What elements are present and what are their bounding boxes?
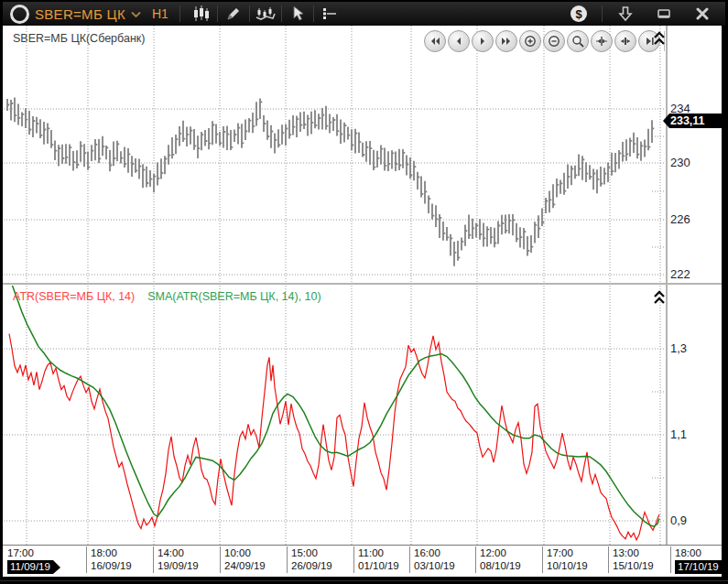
- time-tick-mark: [608, 546, 609, 573]
- compress-icon: [595, 35, 608, 48]
- date-label: 17/10/19: [675, 560, 722, 574]
- scroll-fast-right-button[interactable]: [495, 30, 517, 52]
- restore-window-button[interactable]: [648, 3, 679, 25]
- fastleft-icon: [429, 35, 441, 48]
- atr-label: ATR(SBER=МБ ЦК, 14): [13, 290, 135, 303]
- date-label: 03/10/19: [414, 560, 455, 571]
- time-tick-mark: [220, 546, 221, 573]
- time-label: 18:00: [91, 547, 117, 558]
- price-chart-canvas[interactable]: [4, 26, 667, 284]
- indicator-icon: [255, 5, 276, 22]
- zoom-out-button[interactable]: [543, 30, 565, 52]
- price-bars-series: [7, 98, 654, 266]
- svg-text:$: $: [575, 7, 582, 21]
- restore-icon: [657, 7, 671, 20]
- atr-line-series: [9, 334, 659, 540]
- time-label: 16:00: [414, 547, 440, 558]
- barwidth-icon: [619, 35, 632, 48]
- magnifier-icon: [571, 35, 584, 48]
- time-label: 11:00: [358, 547, 384, 558]
- candles-icon: [192, 5, 211, 22]
- pencil-icon: [225, 5, 242, 22]
- price-axis-label: 230: [670, 156, 690, 169]
- time-tick-mark: [670, 546, 671, 573]
- time-tick-mark: [86, 546, 87, 573]
- levels-button[interactable]: [314, 3, 345, 25]
- scroll-fast-left-button[interactable]: [424, 30, 446, 52]
- time-label: 15:00: [291, 547, 318, 558]
- time-label: 18:00: [675, 547, 701, 558]
- date-label: 08/10/19: [480, 560, 521, 571]
- close-window-button[interactable]: [687, 3, 718, 25]
- date-label: 11/09/19: [7, 560, 53, 574]
- sma-label: SMA(ATR(SBER=МБ ЦК, 14), 10): [147, 290, 321, 303]
- cursor-icon: [290, 5, 305, 22]
- time-tick-mark: [475, 546, 476, 573]
- price-axis-label: 222: [670, 267, 690, 281]
- date-label: 19/09/19: [158, 560, 199, 571]
- date-label: 10/10/19: [547, 560, 588, 571]
- draw-pencil-button[interactable]: [218, 3, 249, 25]
- bar-width-button[interactable]: [614, 30, 636, 52]
- collapse-indicator-pane-button[interactable]: [652, 289, 667, 306]
- atr-axis-label: 1,3: [670, 341, 687, 355]
- window-frame-bottom: [0, 580, 728, 581]
- levels-icon: [321, 6, 339, 21]
- time-tick-mark: [153, 546, 154, 573]
- double-chevron-up-icon: [652, 289, 667, 306]
- compress-scale-button[interactable]: [591, 30, 613, 52]
- chart-area: SBER=МБ ЦК(Сбербанк) ATR(SBER=МБ ЦК, 14)…: [3, 26, 722, 577]
- date-label: 15/10/19: [613, 560, 654, 571]
- date-label: 16/09/19: [91, 560, 132, 571]
- double-chevron-up-icon: [652, 30, 667, 47]
- instrument-dropdown-chevron-icon[interactable]: [131, 5, 141, 22]
- zoomout-icon: [548, 35, 560, 48]
- dollar-icon: $: [570, 5, 588, 23]
- time-label: 13:00: [613, 547, 639, 558]
- date-label: 01/10/19: [358, 560, 399, 571]
- close-icon: [696, 7, 709, 20]
- fastright-icon: [500, 35, 513, 48]
- cursor-mode-button[interactable]: [282, 3, 313, 25]
- toolbar-separator: [179, 5, 180, 22]
- zoomin-icon: [524, 35, 537, 48]
- scroll-right-button[interactable]: [472, 30, 494, 52]
- date-tag: 11/09/19: [7, 560, 53, 574]
- time-label: 14:00: [158, 547, 184, 558]
- instrument-selector[interactable]: SBER=МБ ЦК: [35, 6, 125, 22]
- chart-title: SBER=МБ ЦК(Сбербанк): [13, 32, 145, 45]
- scroll-left-button[interactable]: [448, 30, 470, 52]
- price-axis-label: 226: [670, 212, 690, 226]
- export-download-button[interactable]: [610, 3, 641, 25]
- chart-type-candles-button[interactable]: [186, 3, 217, 25]
- date-label: 24/09/19: [224, 560, 266, 571]
- time-tick-mark: [287, 546, 288, 573]
- last-price-value: 233,11: [669, 114, 722, 128]
- time-tick-mark: [409, 546, 410, 573]
- atr-indicator-canvas[interactable]: [4, 286, 667, 545]
- zoom-in-button[interactable]: [519, 30, 541, 52]
- timeframe-selector[interactable]: H1: [152, 6, 168, 21]
- pane-separator[interactable]: [3, 283, 722, 285]
- status-ring-icon: [10, 5, 29, 24]
- time-label: 12:00: [480, 547, 506, 558]
- indicator-labels: ATR(SBER=МБ ЦК, 14)SMA(ATR(SBER=МБ ЦК, 1…: [13, 290, 321, 303]
- chart-window: SBER=МБ ЦК H1 $ SBER=МБ ЦК(Сбербанк) ATR…: [0, 0, 728, 584]
- date-label: 26/09/19: [291, 560, 332, 571]
- sma-line-series: [12, 286, 659, 526]
- time-label: 10:00: [224, 547, 251, 558]
- atr-axis-label: 0,9: [670, 514, 687, 527]
- price-axis-label: 234: [670, 102, 690, 115]
- zoom-tool-button[interactable]: [567, 30, 589, 52]
- chart-nav-toolbar: [424, 30, 667, 52]
- currency-button[interactable]: $: [563, 3, 594, 25]
- time-tick-mark: [353, 546, 354, 573]
- date-tag: 17/10/19: [675, 560, 722, 574]
- time-label: 17:00: [7, 547, 34, 558]
- toolbar-separator: [602, 5, 603, 22]
- collapse-price-pane-button[interactable]: [652, 30, 667, 47]
- arrowdown-icon: [618, 5, 633, 22]
- last-price-tag: 233,11: [663, 114, 722, 128]
- add-indicator-button[interactable]: [250, 3, 281, 25]
- time-axis-line: [3, 545, 722, 546]
